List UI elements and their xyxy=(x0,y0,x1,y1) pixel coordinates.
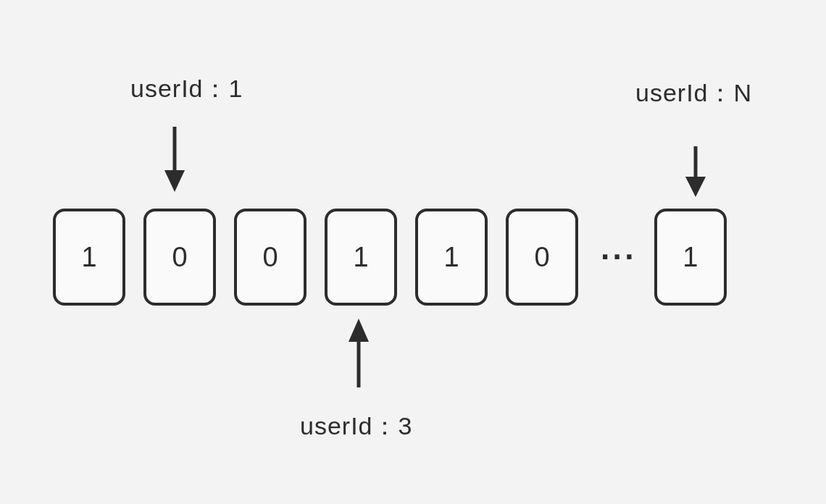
arrow-down-icon xyxy=(160,127,189,192)
label-userid-n: userId：N xyxy=(635,77,752,110)
bit-cell: 0 xyxy=(234,209,306,306)
ellipsis-icon: ··· xyxy=(596,239,641,275)
bit-cell: 1 xyxy=(53,209,125,306)
arrow-down-icon xyxy=(681,146,710,197)
bit-cell: 1 xyxy=(415,209,488,306)
bit-array: 1 0 0 1 1 0 ··· 1 xyxy=(53,209,727,306)
last-group: ··· 1 xyxy=(596,209,727,306)
label-userid-3: userId：3 xyxy=(300,410,412,443)
bit-cell: 1 xyxy=(325,209,397,306)
bit-cell: 0 xyxy=(506,209,578,306)
svg-marker-5 xyxy=(349,319,369,342)
svg-marker-3 xyxy=(685,177,706,197)
bit-cell: 1 xyxy=(654,209,727,306)
arrow-up-icon xyxy=(344,319,373,387)
label-userid-1: userId：1 xyxy=(130,72,243,106)
svg-marker-1 xyxy=(164,170,185,192)
bit-cell: 0 xyxy=(143,209,216,306)
bitmap-diagram: userId：1 userId：N userId：3 1 0 0 1 1 0 ·… xyxy=(0,0,826,504)
